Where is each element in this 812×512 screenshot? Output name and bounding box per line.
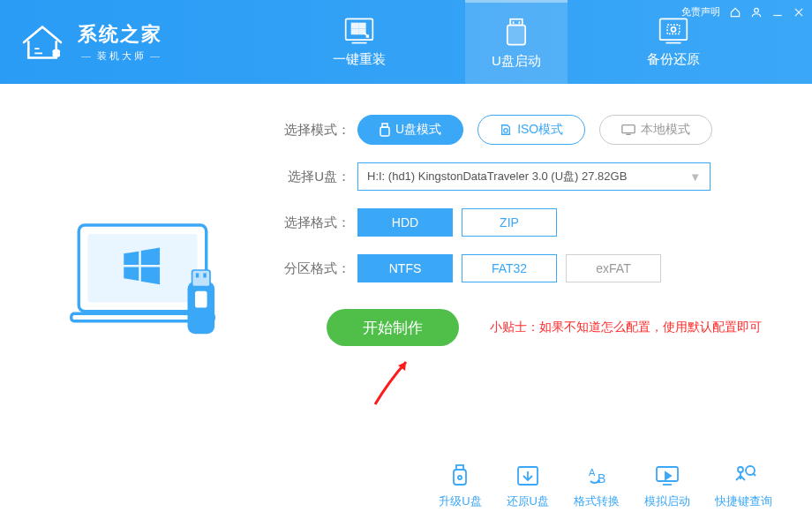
annotation-arrow-icon <box>366 351 428 413</box>
fs-label: 分区格式： <box>282 260 357 277</box>
fs-ntfs[interactable]: NTFS <box>357 254 453 282</box>
svg-rect-31 <box>380 127 389 136</box>
tab-usb-boot[interactable]: U盘启动 <box>465 0 568 84</box>
svg-point-21 <box>671 27 675 32</box>
house-logo-icon <box>18 18 67 67</box>
svg-point-7 <box>56 53 59 56</box>
format-hdd[interactable]: HDD <box>357 208 453 237</box>
mode-local[interactable]: 本地模式 <box>599 115 712 145</box>
svg-rect-10 <box>352 24 358 28</box>
svg-rect-33 <box>622 125 635 133</box>
svg-line-46 <box>753 473 756 476</box>
windows-reinstall-icon <box>341 16 378 46</box>
fs-exfat[interactable]: exFAT <box>566 254 661 282</box>
logo-subtitle: 装机大师 <box>78 49 166 63</box>
tab-reinstall[interactable]: 一键重装 <box>306 0 412 84</box>
restore-icon <box>515 463 541 488</box>
svg-rect-27 <box>196 273 199 277</box>
tool-simulate[interactable]: 模拟启动 <box>644 463 690 509</box>
tool-hotkey[interactable]: 快捷键查询 <box>715 463 772 509</box>
device-illustration <box>35 115 265 455</box>
mode-iso[interactable]: ISO模式 <box>477 115 585 145</box>
hint-text: 小贴士：如果不知道怎么配置，使用默认配置即可 <box>490 320 762 335</box>
simulate-icon <box>654 463 680 488</box>
dropdown-arrow-icon: ▼ <box>689 170 701 184</box>
svg-rect-11 <box>359 24 365 28</box>
svg-point-0 <box>755 8 759 12</box>
close-icon[interactable] <box>793 6 805 19</box>
usb-small-icon <box>380 123 390 137</box>
svg-point-44 <box>738 467 743 472</box>
fs-fat32[interactable]: FAT32 <box>462 254 557 282</box>
logo-title: 系统之家 <box>78 21 166 48</box>
declaration-link[interactable]: 免责声明 <box>681 5 720 19</box>
svg-rect-15 <box>508 25 525 44</box>
format-label: 选择格式： <box>282 215 357 231</box>
mode-label: 选择模式： <box>282 122 357 139</box>
iso-icon <box>500 124 512 136</box>
svg-point-32 <box>504 129 508 132</box>
tool-restore-usb[interactable]: 还原U盘 <box>507 463 549 509</box>
usb-select-label: 选择U盘： <box>282 169 357 185</box>
tool-upgrade-usb[interactable]: 升级U盘 <box>439 463 481 509</box>
convert-icon: AB <box>583 463 610 488</box>
svg-rect-28 <box>203 273 206 277</box>
backup-icon <box>655 16 692 46</box>
tab-label: U盘启动 <box>492 53 541 70</box>
svg-rect-26 <box>192 270 210 287</box>
minimize-icon[interactable] <box>771 6 784 19</box>
svg-point-37 <box>458 476 462 479</box>
tab-label: 一键重装 <box>333 51 386 68</box>
svg-rect-14 <box>510 19 523 25</box>
svg-text:A: A <box>589 467 596 478</box>
monitor-icon <box>621 124 635 136</box>
usb-select-value: H:I: (hd1) KingstonDataTraveler 3.0 (U盘)… <box>367 169 627 184</box>
format-zip[interactable]: ZIP <box>462 208 557 237</box>
usb-icon <box>498 18 535 48</box>
svg-text:B: B <box>598 471 605 486</box>
user-icon[interactable] <box>750 6 763 19</box>
svg-rect-18 <box>660 19 688 40</box>
svg-rect-12 <box>352 29 358 34</box>
usb-select[interactable]: H:I: (hd1) KingstonDataTraveler 3.0 (U盘)… <box>357 162 710 191</box>
start-button[interactable]: 开始制作 <box>327 309 459 346</box>
hotkey-icon <box>731 463 757 488</box>
svg-rect-36 <box>454 470 466 485</box>
settings-icon[interactable] <box>729 6 741 19</box>
app-logo: 系统之家 装机大师 <box>0 0 221 84</box>
svg-rect-29 <box>195 290 207 307</box>
tab-label: 备份还原 <box>647 51 700 68</box>
svg-rect-20 <box>667 25 680 34</box>
tool-format-convert[interactable]: AB 格式转换 <box>574 463 620 509</box>
usb-upgrade-icon <box>447 463 473 488</box>
mode-usb[interactable]: U盘模式 <box>357 115 463 145</box>
svg-marker-43 <box>665 472 671 479</box>
